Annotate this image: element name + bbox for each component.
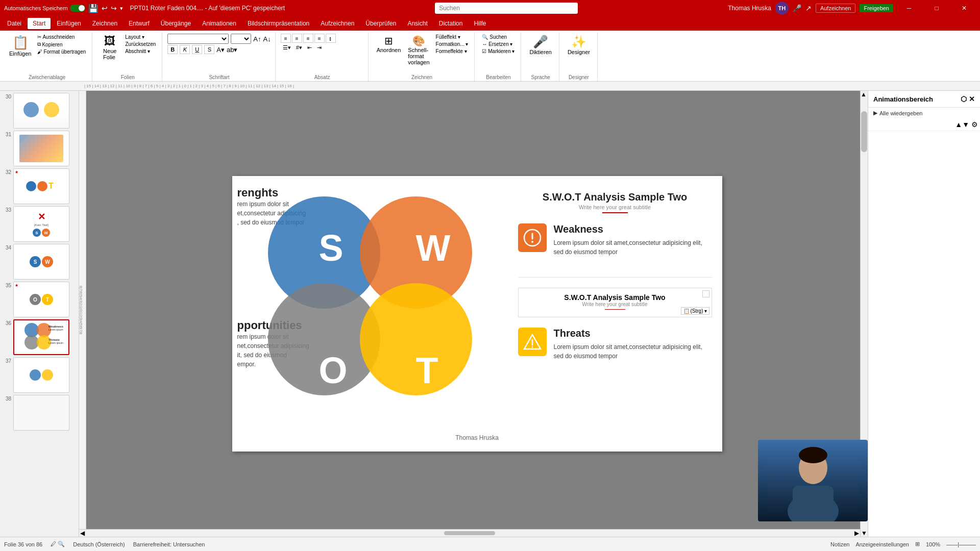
slide-item-31[interactable]: 31 [2,131,77,166]
slide-item-37[interactable]: 37 [2,357,77,393]
slide-item-30[interactable]: 30 [2,93,77,129]
underline-button[interactable]: U [192,45,202,54]
border-btn[interactable]: Formatkon... ▾ [434,41,471,47]
ctrl-paste-btn[interactable]: 📋 (Strg) ▾ [681,307,709,315]
menu-start[interactable]: Start [28,18,51,29]
align-center-btn[interactable]: ≡ [292,34,302,43]
effect-btn[interactable]: Formeffekte ▾ [434,48,471,55]
menu-hilfe[interactable]: Hilfe [469,18,491,29]
scroll-thumb-v[interactable] [861,111,867,152]
menu-ansicht[interactable]: Ansicht [402,18,432,29]
strikethrough-button[interactable]: S [204,45,214,54]
arrange-button[interactable]: ⊞ Anordnen [374,34,404,54]
maximize-button[interactable]: □ [925,0,948,16]
dictate-button[interactable]: 🎤 Diktieren [526,34,554,56]
decrease-font-icon[interactable]: A↓ [263,35,271,43]
align-left-btn[interactable]: ≡ [281,34,291,43]
new-slide-button[interactable]: 🖼 NeueFolie [97,34,122,61]
font-family-select[interactable] [167,34,229,44]
menu-zeichnen[interactable]: Zeichnen [87,18,122,29]
slide-thumb-35[interactable]: O T [13,282,69,317]
quick-access-more[interactable]: ▾ [120,5,123,12]
menu-datei[interactable]: Datei [2,18,27,29]
italic-button[interactable]: K [180,45,190,54]
horizontal-scrollbar[interactable]: ◀ ▶ [79,529,860,537]
format-button[interactable]: 🖌Format übertragen [35,48,88,55]
menu-animationen[interactable]: Animationen [197,18,241,29]
slide-item-36[interactable]: 36 WeaknessLorem ipsum ThreatsLorem ipsu… [2,319,77,355]
slide-canvas[interactable]: renghts rem ipsum dolor sitet,consectetu… [232,176,722,452]
autosave-toggle[interactable]: Automatisches Speichern [4,5,85,12]
slide-item-38[interactable]: 38 [2,395,77,431]
indent-less-btn[interactable]: ⇤ [305,44,314,52]
autosave-pill[interactable] [70,5,85,12]
redo-icon[interactable]: ↪ [111,4,117,12]
anim-expand-icon[interactable]: ⬡ [961,95,967,103]
search-input[interactable] [435,3,578,14]
view-settings-btn[interactable]: Anzeigeeinstellungen [855,541,909,547]
font-size-select[interactable] [231,34,251,44]
section-button[interactable]: Abschnitt ▾ [123,48,158,55]
record-button[interactable]: Aufzeichnen [816,4,856,13]
scroll-right-btn[interactable]: ▶ [854,530,859,537]
fill-btn[interactable]: Fülleffekt ▾ [434,34,471,40]
resize-handle[interactable] [702,290,709,297]
mic-icon[interactable]: 🎤 [793,4,801,12]
slide-thumb-31[interactable] [13,131,69,166]
layout-button[interactable]: Layout ▾ [123,34,158,40]
increase-font-icon[interactable]: A↑ [253,35,261,43]
zoom-slider[interactable]: ——|——— [946,541,976,547]
scroll-down-btn[interactable]: ▼ [861,530,868,537]
scroll-up-btn[interactable]: ▲ [861,91,868,106]
number-btn[interactable]: #▾ [294,44,304,52]
font-color-btn[interactable]: A▾ [216,46,225,54]
select-btn[interactable]: ☑ Markieren ▾ [480,48,517,55]
menu-bildschirm[interactable]: Bildschirmpräsentation [242,18,314,29]
anim-settings-icon[interactable]: ⚙ [971,120,978,129]
slide-thumb-30[interactable] [13,93,69,129]
slide-item-35[interactable]: 35 O T [2,282,77,317]
bold-button[interactable]: B [167,45,178,54]
slide-thumb-36[interactable]: WeaknessLorem ipsum ThreatsLorem ipsum [13,319,69,355]
minimize-button[interactable]: ─ [897,0,921,16]
designer-button[interactable]: ✨ Designer [565,34,593,56]
save-icon[interactable]: 💾 [88,4,99,13]
share-button[interactable]: Freigeben [860,4,893,12]
notes-btn[interactable]: Notizen [830,541,849,547]
indent-more-btn[interactable]: ⇥ [315,44,324,52]
scroll-thumb-h[interactable] [444,531,495,535]
view-mode-normal[interactable]: ⊞ [915,541,920,547]
menu-aufzeichnen[interactable]: Aufzeichnen [315,18,359,29]
scroll-left-btn[interactable]: ◀ [80,530,85,537]
slide-thumb-38[interactable] [13,395,69,431]
close-button[interactable]: ✕ [952,0,976,16]
menu-einfuegen[interactable]: Einfügen [52,18,86,29]
copy-button[interactable]: ⧉Kopieren [35,41,88,48]
paste-button[interactable]: 📋 Einfügen [6,34,34,58]
menu-entwurf[interactable]: Entwurf [124,18,155,29]
bullet-btn[interactable]: ☰▾ [281,44,293,52]
share-icon[interactable]: ↗ [805,4,812,12]
slide-item-34[interactable]: 34 S W [2,244,77,280]
anim-up-icon[interactable]: ▲ [955,120,962,129]
undo-icon[interactable]: ↩ [102,4,108,12]
slide-item-33[interactable]: 33 ✕ [Kein Titel] S W [2,206,77,242]
cut-button[interactable]: ✂Ausschneiden [35,34,88,40]
align-right-btn[interactable]: ≡ [303,34,313,43]
play-all-button[interactable]: ▶ Alle wiedergeben [868,108,980,118]
menu-ueberpruefen[interactable]: Überprüfen [360,18,401,29]
highlight-btn[interactable]: ab▾ [227,46,237,54]
anim-close-icon[interactable]: ✕ [969,95,975,103]
quick-styles-button[interactable]: 🎨 Schnell-formatvorlagen [405,34,432,66]
reset-button[interactable]: Zurücksetzen [123,41,158,47]
replace-btn[interactable]: ↔ Ersetzen ▾ [480,41,517,47]
search-btn[interactable]: 🔍 Suchen [480,34,517,40]
slide-thumb-33[interactable]: ✕ [Kein Titel] S W [13,206,69,242]
menu-uebergaenge[interactable]: Übergänge [156,18,196,29]
slide-thumb-32[interactable]: T [13,168,69,204]
anim-down-icon[interactable]: ▼ [962,120,969,129]
slide-thumb-37[interactable] [13,357,69,393]
justify-btn[interactable]: ≡ [314,34,325,43]
slide-item-32[interactable]: 32 T [2,168,77,204]
menu-dictation[interactable]: Dictation [434,18,468,29]
